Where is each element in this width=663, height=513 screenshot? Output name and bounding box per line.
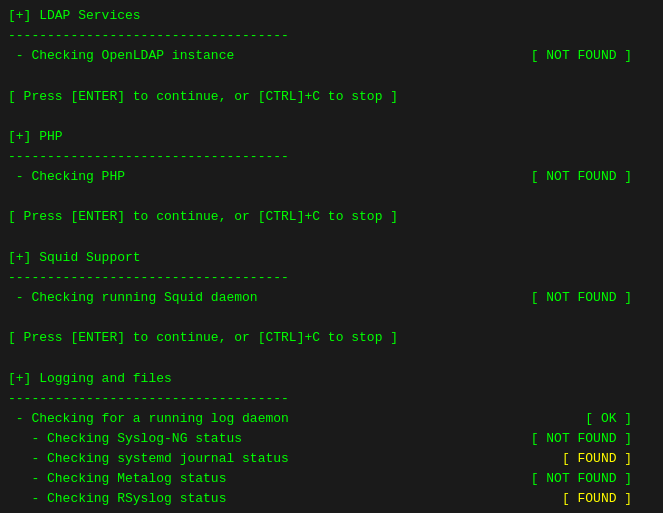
terminal-line: - Checking OpenLDAP instance [ NOT FOUND… — [8, 46, 655, 66]
status-badge: [ NOT FOUND ] — [226, 471, 632, 486]
section-header: [+] Logging and files — [8, 369, 655, 389]
check-text: - Checking Metalog status — [8, 471, 226, 486]
check-text: - Checking RSyslog status — [8, 491, 226, 506]
divider: ------------------------------------ — [8, 147, 655, 167]
divider: ------------------------------------ — [8, 268, 655, 288]
terminal-line: - Checking Syslog-NG status [ NOT FOUND … — [8, 429, 655, 449]
check-text: - Checking PHP — [8, 169, 125, 184]
status-badge: [ NOT FOUND ] — [258, 290, 632, 305]
status-badge: [ NOT FOUND ] — [125, 169, 632, 184]
terminal-output: [+] LDAP Services-----------------------… — [8, 6, 655, 513]
status-badge: [ NOT FOUND ] — [242, 431, 632, 446]
terminal-line — [8, 66, 655, 86]
status-badge: [ NOT FOUND ] — [234, 48, 632, 63]
check-text: - Checking Syslog-NG status — [8, 431, 242, 446]
check-text: - Checking for a running log daemon — [8, 411, 289, 426]
divider: ------------------------------------ — [8, 26, 655, 46]
terminal-line: - Checking running Squid daemon [ NOT FO… — [8, 288, 655, 308]
terminal-line: - Checking for a running log daemon [ OK… — [8, 409, 655, 429]
press-line: [ Press [ENTER] to continue, or [CTRL]+C… — [8, 328, 655, 348]
terminal-line — [8, 107, 655, 127]
status-badge: [ OK ] — [289, 411, 632, 426]
status-badge: [ FOUND ] — [226, 491, 632, 506]
divider: ------------------------------------ — [8, 389, 655, 409]
terminal-line — [8, 228, 655, 248]
section-header: [+] LDAP Services — [8, 6, 655, 26]
check-text: - Checking running Squid daemon — [8, 290, 258, 305]
terminal-line — [8, 308, 655, 328]
terminal-line: - Checking systemd journal status [ FOUN… — [8, 449, 655, 469]
terminal-line — [8, 348, 655, 368]
terminal-line: - Checking Metalog status [ NOT FOUND ] — [8, 469, 655, 489]
press-line: [ Press [ENTER] to continue, or [CTRL]+C… — [8, 87, 655, 107]
section-header: [+] PHP — [8, 127, 655, 147]
check-text: - Checking systemd journal status — [8, 451, 289, 466]
terminal-line: - Checking PHP [ NOT FOUND ] — [8, 167, 655, 187]
section-header: [+] Squid Support — [8, 248, 655, 268]
status-badge: [ FOUND ] — [289, 451, 632, 466]
terminal-line: - Checking RSyslog status [ FOUND ] — [8, 489, 655, 509]
press-line: [ Press [ENTER] to continue, or [CTRL]+C… — [8, 207, 655, 227]
terminal-line — [8, 187, 655, 207]
check-text: - Checking OpenLDAP instance — [8, 48, 234, 63]
terminal-line: - Checking RFC 3195 daemon status [ NOT … — [8, 510, 655, 513]
